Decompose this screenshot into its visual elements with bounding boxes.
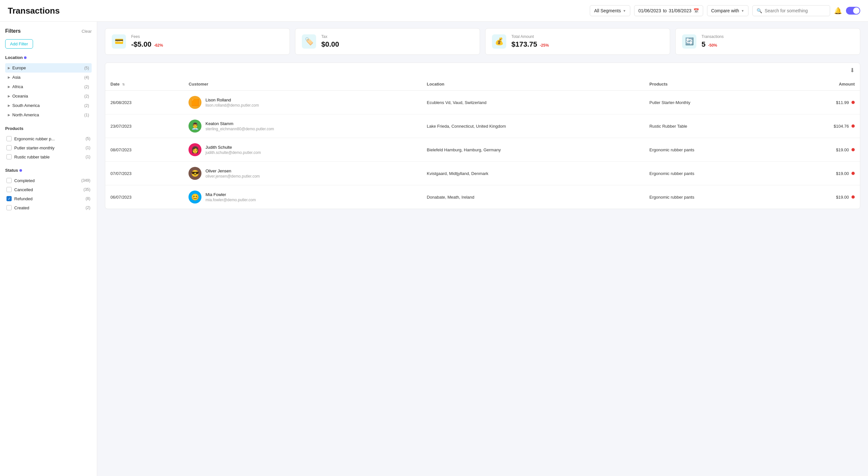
status-section-title: Status <box>5 168 92 173</box>
customer-name: Judith Schulte <box>205 145 261 150</box>
location-name: Europe <box>12 65 26 70</box>
date-separator: to <box>663 8 667 13</box>
avatar: 😊 <box>188 190 202 204</box>
cell-date: 23/07/2023 <box>105 114 183 138</box>
status-checkbox[interactable] <box>6 205 12 210</box>
chevron-right-icon: ▶ <box>8 113 10 117</box>
location-count: (4) <box>84 75 89 80</box>
location-filter-section: Location ▶ Europe (5) ▶ Asia (4) ▶ Afric… <box>5 55 92 120</box>
status-item[interactable]: Cancelled (35) <box>5 185 92 194</box>
customer-cell: 🟧 Lison Rolland lison.rolland@demo.putle… <box>188 96 416 109</box>
compare-with-label: Compare with <box>711 8 739 13</box>
location-item[interactable]: ▶ Oceania (2) <box>5 91 92 101</box>
stat-card: 🔄 Transactions 5 -50% <box>675 28 860 55</box>
cell-amount: $19.00 <box>782 138 860 162</box>
customer-info: Keaton Stamm sterling_eichmann80@demo.pu… <box>205 121 274 131</box>
col-date: Date ⇅ <box>105 78 183 91</box>
product-item[interactable]: Putler starter-monthly (1) <box>5 143 92 152</box>
amount-value: $11.99 <box>836 100 849 105</box>
clear-filters-button[interactable]: Clear <box>82 29 92 34</box>
status-item[interactable]: Created (2) <box>5 203 92 212</box>
product-checkbox[interactable] <box>6 154 12 159</box>
table-row[interactable]: 08/07/2023 👩 Judith Schulte judith.schul… <box>105 138 860 162</box>
table-header: Date ⇅ Customer Location Products Amount <box>105 78 860 91</box>
col-customer: Customer <box>183 78 422 91</box>
avatar: 👨‍💼 <box>188 120 202 132</box>
customer-name: Mia Fowler <box>205 192 256 197</box>
location-item[interactable]: ▶ North America (1) <box>5 110 92 120</box>
location-item[interactable]: ▶ Asia (4) <box>5 72 92 82</box>
product-count: (1) <box>86 154 90 159</box>
location-count: (1) <box>84 113 89 117</box>
table-row[interactable]: 26/08/2023 🟧 Lison Rolland lison.rolland… <box>105 91 860 114</box>
amount-value: $19.00 <box>836 147 849 152</box>
col-amount: Amount <box>782 78 860 91</box>
customer-email: oliver.jensen@demo.putler.com <box>205 174 260 179</box>
chevron-right-icon: ▶ <box>8 85 10 88</box>
customer-info: Lison Rolland lison.rolland@demo.putler.… <box>205 97 259 108</box>
avatar: 🟧 <box>188 96 202 109</box>
product-checkbox[interactable] <box>6 136 12 141</box>
status-checkbox[interactable] <box>6 178 12 183</box>
compare-with-dropdown[interactable]: Compare with ▼ <box>707 5 748 16</box>
amount-cell: $19.00 <box>787 195 855 200</box>
theme-toggle[interactable] <box>846 7 860 14</box>
product-item[interactable]: Rustic rubber table (1) <box>5 152 92 161</box>
search-icon: 🔍 <box>756 8 762 13</box>
sidebar: Filters Clear Add Filter Location ▶ Euro… <box>0 22 97 476</box>
location-section-title: Location <box>5 55 92 60</box>
stat-card: 💳 Fees -$5.00 -62% <box>105 28 290 55</box>
status-item[interactable]: Completed (349) <box>5 176 92 185</box>
toggle-knob <box>853 7 860 14</box>
table-row[interactable]: 23/07/2023 👨‍💼 Keaton Stamm sterling_eic… <box>105 114 860 138</box>
stat-value: 5 <box>702 40 705 49</box>
location-item[interactable]: ▶ Europe (5) <box>5 63 92 72</box>
status-item[interactable]: ✓ Refunded (8) <box>5 194 92 203</box>
search-box[interactable]: 🔍 <box>752 5 830 16</box>
chevron-down-icon: ▼ <box>623 9 626 12</box>
location-name: Africa <box>12 84 23 89</box>
segment-dropdown[interactable]: All Segments ▼ <box>590 5 630 16</box>
download-icon[interactable]: ⬇ <box>850 67 855 74</box>
stat-value: -$5.00 <box>131 40 151 49</box>
location-item[interactable]: ▶ Africa (2) <box>5 82 92 91</box>
customer-email: judith.schulte@demo.putler.com <box>205 150 261 155</box>
status-dot <box>851 101 855 104</box>
customer-name: Oliver Jensen <box>205 169 260 173</box>
add-filter-button[interactable]: Add Filter <box>5 39 33 49</box>
location-item-left: ▶ Europe <box>8 65 26 70</box>
stat-card: 💰 Total Amount $173.75 -25% <box>485 28 670 55</box>
header-controls: All Segments ▼ 01/06/2023 to 31/08/2023 … <box>590 5 860 16</box>
amount-cell: $19.00 <box>787 171 855 176</box>
status-name: Created <box>14 205 29 210</box>
cell-customer: 🟧 Lison Rolland lison.rolland@demo.putle… <box>183 91 422 114</box>
status-checkbox[interactable] <box>6 187 12 192</box>
status-checkbox[interactable]: ✓ <box>6 196 12 201</box>
filters-title: Filters <box>5 28 21 34</box>
transactions-table-container: ⬇ Date ⇅ Customer Location Products Amou… <box>105 63 860 209</box>
table-row[interactable]: 07/07/2023 😎 Oliver Jensen oliver.jensen… <box>105 162 860 185</box>
product-checkbox[interactable] <box>6 145 12 150</box>
status-count: (35) <box>84 187 90 192</box>
location-item[interactable]: ▶ South America (2) <box>5 101 92 110</box>
date-from: 01/06/2023 <box>639 8 661 13</box>
stat-content: Tax $0.00 <box>321 34 339 49</box>
notification-icon[interactable]: 🔔 <box>834 7 842 14</box>
date-range-picker[interactable]: 01/06/2023 to 31/08/2023 📅 <box>634 5 703 16</box>
table-row[interactable]: 06/07/2023 😊 Mia Fowler mia.fowler@demo.… <box>105 185 860 209</box>
cell-product: Ergonomic rubber pants <box>644 162 782 185</box>
product-list: Ergonomic rubber p... (5) Putler starter… <box>5 134 92 161</box>
stat-change: -25% <box>540 43 549 48</box>
status-name: Refunded <box>14 196 32 201</box>
sort-icon: ⇅ <box>122 83 125 86</box>
date-to: 31/08/2023 <box>669 8 691 13</box>
app-header: Transactions All Segments ▼ 01/06/2023 t… <box>0 0 868 22</box>
table-toolbar: ⬇ <box>105 63 860 78</box>
search-input[interactable] <box>765 8 826 13</box>
cell-date: 26/08/2023 <box>105 91 183 114</box>
cell-amount: $19.00 <box>782 162 860 185</box>
customer-cell: 👩 Judith Schulte judith.schulte@demo.put… <box>188 143 416 156</box>
cell-date: 07/07/2023 <box>105 162 183 185</box>
product-item[interactable]: Ergonomic rubber p... (5) <box>5 134 92 143</box>
calendar-icon: 📅 <box>693 8 699 13</box>
